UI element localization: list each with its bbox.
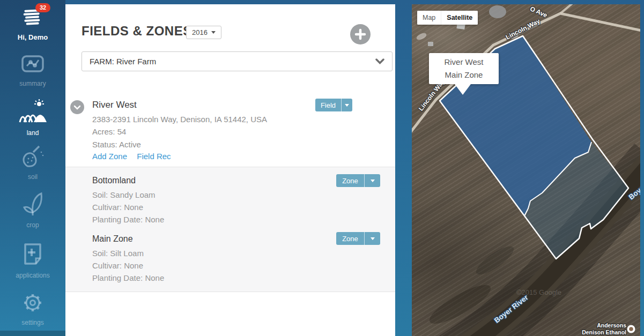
google-watermark: ©2015 Google bbox=[516, 288, 561, 296]
app-logo[interactable] bbox=[0, 9, 65, 27]
zone-planting-date: Planting Date: None bbox=[92, 215, 164, 224]
zone-cultivar: Cultivar: None bbox=[92, 203, 143, 212]
farm-select-value: FARM: River Farm bbox=[90, 57, 375, 66]
zone-name: Main Zone bbox=[92, 234, 133, 244]
sidebar-footer-strip bbox=[0, 331, 65, 336]
satellite-view-button[interactable]: Satellite bbox=[441, 11, 478, 25]
field-acres: Acres: 54 bbox=[92, 127, 126, 136]
crop-leaf-icon bbox=[20, 190, 46, 220]
page-title: FIELDS & ZONES bbox=[82, 24, 192, 39]
zone-type-dropdown-button[interactable] bbox=[364, 174, 380, 187]
chevron-down-icon bbox=[375, 58, 384, 64]
zone-type-split-button: Zone bbox=[336, 232, 380, 245]
applications-document-icon bbox=[20, 241, 46, 270]
zone-type-split-button: Zone bbox=[336, 174, 380, 187]
tooltip-field-name: River West bbox=[429, 56, 499, 69]
chevron-down-icon bbox=[345, 104, 349, 107]
poi-label-denison-ethanol: Denison Ethanol bbox=[582, 329, 626, 335]
notification-badge: 32 bbox=[35, 3, 50, 12]
farm-select[interactable]: FARM: River Farm bbox=[82, 51, 393, 71]
user-greeting: Hi, Demo bbox=[0, 33, 65, 41]
sidebar-item-crop[interactable]: crop bbox=[0, 190, 65, 229]
zone-type-dropdown-button[interactable] bbox=[364, 232, 380, 245]
sidebar-item-label: settings bbox=[0, 319, 65, 326]
chevron-down-icon bbox=[371, 237, 375, 240]
field-type-split-button: Field bbox=[315, 99, 352, 111]
sidebar-item-label: summary bbox=[0, 80, 65, 87]
sidebar-item-settings[interactable]: settings bbox=[0, 290, 65, 326]
sidebar: 32 Hi, Demo summary bbox=[0, 0, 65, 336]
sidebar-item-label: applications bbox=[0, 272, 65, 279]
zone-tooltip: River West Main Zone bbox=[429, 53, 499, 84]
add-zone-link[interactable]: Add Zone bbox=[92, 152, 127, 161]
sidebar-item-applications[interactable]: applications bbox=[0, 241, 65, 279]
field-address: 2383-2391 Lincoln Way, Denison, IA 51442… bbox=[92, 115, 267, 124]
field-type-button[interactable]: Field bbox=[315, 99, 341, 111]
sidebar-item-label: land bbox=[0, 129, 65, 137]
year-dropdown[interactable]: 2016 bbox=[186, 26, 221, 39]
zone-type-button[interactable]: Zone bbox=[336, 232, 364, 245]
field-rec-link[interactable]: Field Rec bbox=[137, 152, 171, 161]
zone-planting-date: Planting Date: None bbox=[92, 273, 164, 282]
zone-name: Bottomland bbox=[92, 176, 136, 185]
field-type-dropdown-button[interactable] bbox=[341, 99, 352, 111]
chevron-down-icon bbox=[211, 31, 216, 34]
collapse-field-button[interactable] bbox=[70, 100, 84, 114]
zone-soil: Soil: Silt Loam bbox=[92, 249, 144, 258]
sidebar-item-soil[interactable]: soil bbox=[0, 145, 65, 181]
field-name: River West bbox=[92, 100, 137, 110]
satellite-map[interactable]: O Ave Lincoln Way Lincoln Way Boyer Rive… bbox=[412, 4, 640, 336]
tooltip-pointer bbox=[455, 84, 471, 95]
settings-gear-icon bbox=[20, 290, 46, 317]
plus-icon bbox=[350, 24, 371, 44]
zone-type-button[interactable]: Zone bbox=[336, 174, 364, 187]
field-links: Add Zone Field Rec bbox=[92, 152, 171, 161]
sidebar-item-summary[interactable]: summary bbox=[0, 51, 65, 87]
sidebar-item-land[interactable]: land bbox=[0, 99, 65, 137]
poi-label-andersons: Andersons bbox=[597, 322, 626, 328]
tooltip-zone-name: Main Zone bbox=[429, 69, 499, 81]
soil-shovel-icon bbox=[20, 145, 46, 171]
fields-zones-panel: FIELDS & ZONES 2016 FARM: River Farm Ri bbox=[65, 4, 395, 336]
poi-marker[interactable] bbox=[627, 325, 635, 333]
map-view-button[interactable]: Map bbox=[417, 11, 441, 25]
sidebar-item-label: crop bbox=[0, 221, 65, 229]
zone-soil: Soil: Sandy Loam bbox=[92, 190, 156, 199]
field-status: Status: Active bbox=[92, 140, 141, 149]
app-root: 32 Hi, Demo summary bbox=[0, 0, 644, 336]
sidebar-item-label: soil bbox=[0, 173, 65, 181]
summary-chart-icon bbox=[20, 51, 46, 78]
add-field-button[interactable] bbox=[350, 24, 371, 44]
land-field-icon bbox=[18, 99, 48, 128]
chevron-down-icon bbox=[70, 100, 84, 114]
year-dropdown-value: 2016 bbox=[192, 28, 208, 36]
chevron-down-icon bbox=[371, 180, 375, 182]
map-type-controls: Map Satellite bbox=[417, 11, 478, 25]
zone-cultivar: Cultivar: None bbox=[92, 261, 143, 270]
road-label-o-ave: O Ave bbox=[529, 5, 549, 19]
